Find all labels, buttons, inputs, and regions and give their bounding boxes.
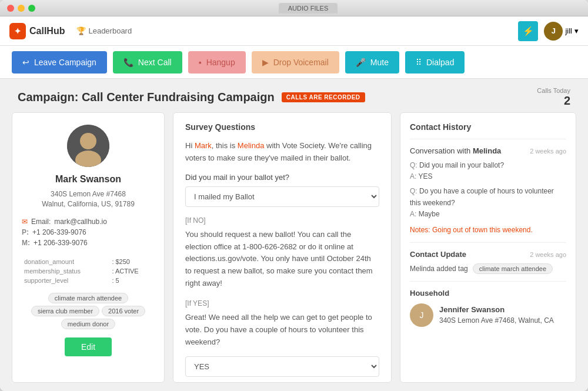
email-label: Email: xyxy=(31,218,51,226)
window-controls xyxy=(7,5,35,12)
contact-address-line2: Walnut, California, US, 91789 xyxy=(42,200,135,208)
field-label-2: membership_status xyxy=(23,267,109,275)
survey-panel: Survey Questions Hi Mark, this is Melind… xyxy=(173,112,392,383)
username: jill xyxy=(565,26,572,35)
drop-voicemail-button[interactable]: ▶ Drop Voicemail xyxy=(252,51,339,73)
household-title: Household xyxy=(410,289,566,298)
tags-container: climate march attendee sierra club membe… xyxy=(22,293,155,329)
svg-point-1 xyxy=(80,133,96,149)
q1-label: Q: xyxy=(410,161,419,169)
dialpad-label: Dialpad xyxy=(426,58,454,67)
intro-melinda-link[interactable]: Melinda xyxy=(238,141,265,150)
household-member-address: 340S Lemon Ave #7468, Walnut, CA xyxy=(439,316,554,326)
calls-today-label: Calls Today xyxy=(537,87,570,94)
dialpad-button[interactable]: ⠿ Dialpad xyxy=(405,51,465,73)
contact-update-header: Contact Update 2 weeks ago xyxy=(410,250,566,259)
content-area: Mark Swanson 340S Lemon Ave #7468 Walnut… xyxy=(0,112,588,391)
contact-avatar xyxy=(67,125,109,167)
tag-1: climate march attendee xyxy=(48,293,128,303)
q2-label: Q: xyxy=(410,187,419,195)
main-content: Campaign: Call Center Fundraising Campai… xyxy=(0,79,588,391)
history-title: Contact History xyxy=(410,122,566,132)
titlebar-tab: AUDIO FILES xyxy=(279,3,338,14)
tag-added-row: Melinda added tag climate march attendee xyxy=(410,263,566,274)
leaderboard-link[interactable]: 🏆 Leaderboard xyxy=(76,26,132,35)
email-icon: ✉ xyxy=(22,218,28,226)
voicemail-icon: ▶ xyxy=(262,58,269,67)
user-menu[interactable]: J jill ▾ xyxy=(544,22,579,41)
conversation-time: 2 weeks ago xyxy=(530,148,566,155)
next-call-button[interactable]: 📞 Next Call xyxy=(113,51,182,73)
a1-label: A: xyxy=(410,172,418,181)
contact-address-line1: 340S Lemon Ave #7468 xyxy=(51,190,126,198)
titlebar: AUDIO FILES xyxy=(0,0,588,16)
history-panel: Contact History Conversation with Melind… xyxy=(400,112,576,383)
conversation-header: Conversation with Melinda 2 weeks ago xyxy=(410,146,566,155)
navbar: ✦ CallHub 🏆 Leaderboard ⚡ J jill ▾ xyxy=(0,16,588,46)
calls-today: Calls Today 2 xyxy=(537,87,570,108)
campaign-header: Campaign: Call Center Fundraising Campai… xyxy=(0,79,588,112)
leave-icon: ↩ xyxy=(22,58,29,67)
fields-table: donation_amount : $250 membership_status… xyxy=(22,256,155,286)
calls-today-count: 2 xyxy=(537,94,570,108)
dialpad-icon: ⠿ xyxy=(416,58,422,67)
contact-name: Mark Swanson xyxy=(55,174,121,185)
recorded-badge: CALLS ARE RECORDED xyxy=(282,92,365,102)
toolbar: ↩ Leave Campaign 📞 Next Call ▪ Hangup ▶ … xyxy=(0,46,588,79)
tag-added-action: Melinda added tag xyxy=(410,265,468,273)
household-avatar: J xyxy=(410,303,433,327)
if-no-text: You should request a new ballot! You can… xyxy=(185,229,379,290)
a2-text: Maybe xyxy=(419,210,440,218)
logo-text: CallHub xyxy=(29,26,65,36)
a2-label: A: xyxy=(410,210,419,218)
if-yes-label: [If YES] xyxy=(185,298,379,309)
if-yes-text: Great! We need all the help we can get t… xyxy=(185,312,379,348)
logo-icon: ✦ xyxy=(9,23,26,39)
search-icon: ⚡ xyxy=(523,26,534,36)
qa-row-1: Q: Did you mail in your ballot? A: YES xyxy=(410,160,566,182)
tag-4: medium donor xyxy=(61,319,115,329)
conversation-name: Conversation with Melinda xyxy=(410,146,501,155)
if-no-block: [If NO] You should request a new ballot!… xyxy=(185,215,379,290)
maximize-dot[interactable] xyxy=(28,5,35,12)
mute-button[interactable]: 🎤 Mute xyxy=(345,51,399,73)
search-button[interactable]: ⚡ xyxy=(518,21,538,41)
next-call-label: Next Call xyxy=(138,58,172,67)
added-tag-badge: climate march attendee xyxy=(473,263,553,274)
close-dot[interactable] xyxy=(7,5,14,12)
contact-update-time: 2 weeks ago xyxy=(530,251,566,258)
question1-select[interactable]: I mailed my Ballot YES NO Not sure xyxy=(185,186,379,207)
conversation-section: Conversation with Melinda 2 weeks ago Q:… xyxy=(410,139,566,235)
conversation-agent: Melinda xyxy=(473,146,501,155)
qa-row-2: Q: Do you have a couple of hours to volu… xyxy=(410,186,566,220)
field-row: donation_amount : $250 xyxy=(23,258,153,266)
q2-text: Do you have a couple of hours to volunte… xyxy=(410,187,554,206)
leave-campaign-button[interactable]: ↩ Leave Campaign xyxy=(12,51,107,73)
mic-icon: 🎤 xyxy=(356,58,366,67)
survey-intro: Hi Mark, this is Melinda with Vote Socie… xyxy=(185,140,379,165)
edit-button[interactable]: Edit xyxy=(65,337,112,356)
phone-m-label: M: xyxy=(22,239,30,247)
question2-select[interactable]: YES NO Maybe xyxy=(185,356,379,377)
trophy-icon: 🏆 xyxy=(76,26,86,35)
minimize-dot[interactable] xyxy=(18,5,25,12)
campaign-title: Campaign: Call Center Fundraising Campai… xyxy=(18,91,275,104)
q1-text: Did you mail in your ballot? xyxy=(419,161,504,169)
hangup-button[interactable]: ▪ Hangup xyxy=(188,51,246,73)
phone-p-label: P: xyxy=(22,228,29,236)
leave-campaign-label: Leave Campaign xyxy=(34,58,96,67)
tag-2: sierra club member xyxy=(31,306,99,316)
avatar: J xyxy=(544,22,563,41)
contact-card: Mark Swanson 340S Lemon Ave #7468 Walnut… xyxy=(12,112,165,383)
logo: ✦ CallHub xyxy=(9,23,65,39)
contact-address: 340S Lemon Ave #7468 Walnut, California,… xyxy=(42,189,135,209)
intro-mark-link[interactable]: Mark xyxy=(195,141,212,150)
phone-p-row: P: +1 206-339-9076 xyxy=(22,227,155,238)
leaderboard-label: Leaderboard xyxy=(88,26,132,35)
field-label-3: supporter_level xyxy=(23,276,109,285)
phone-m-row: M: +1 206-339-9076 xyxy=(22,238,155,248)
phone-m-value: +1 206-339-9076 xyxy=(34,239,88,247)
notes-label: Notes: xyxy=(410,226,432,234)
notes-row: Notes: Going out of town this weekend. xyxy=(410,225,566,235)
contact-update-section: Contact Update 2 weeks ago Melinda added… xyxy=(410,242,566,274)
